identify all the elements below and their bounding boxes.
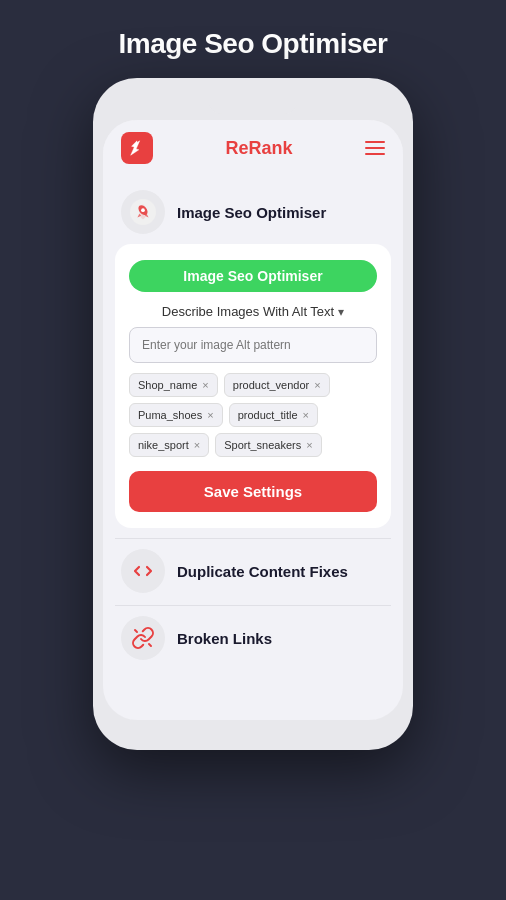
link-icon-circle [121,616,165,660]
broken-links-title: Broken Links [177,630,272,647]
svg-point-2 [141,208,145,212]
tag-label: Sport_sneakers [224,439,301,451]
tag-label: product_vendor [233,379,309,391]
alt-pattern-input[interactable] [129,327,377,363]
broken-link-icon [131,626,155,650]
dropdown-label-text: Describe Images With Alt Text [162,304,334,319]
header-feature-title: Image Seo Optimiser [177,204,326,221]
svg-line-3 [135,630,137,632]
duplicate-content-title: Duplicate Content Fixes [177,563,348,580]
main-card: Image Seo Optimiser Describe Images With… [115,244,391,528]
rocket-icon-circle [121,190,165,234]
code-icon [131,559,155,583]
hamburger-menu-icon[interactable] [365,141,385,155]
phone-screen: ReRank [103,120,403,720]
duplicate-content-row[interactable]: Duplicate Content Fixes [115,538,391,603]
nav-brand-label: ReRank [225,138,292,159]
tag-label: Shop_name [138,379,197,391]
tag-nike-sport[interactable]: nike_sport × [129,433,209,457]
tag-remove-icon[interactable]: × [303,409,309,421]
tag-label: nike_sport [138,439,189,451]
tag-shop-name[interactable]: Shop_name × [129,373,218,397]
phone-notch [208,92,298,114]
code-icon-circle [121,549,165,593]
broken-links-row[interactable]: Broken Links [115,605,391,670]
nav-bar: ReRank [103,120,403,172]
svg-line-4 [149,644,151,646]
page-title: Image Seo Optimiser [118,28,387,60]
header-feature-row: Image Seo Optimiser [115,180,391,240]
tag-remove-icon[interactable]: × [202,379,208,391]
tags-container: Shop_name × product_vendor × Puma_shoes … [129,373,377,457]
dropdown-arrow-icon: ▾ [338,305,344,319]
tag-label: product_title [238,409,298,421]
tag-puma-shoes[interactable]: Puma_shoes × [129,403,223,427]
save-settings-button[interactable]: Save Settings [129,471,377,512]
content-area: Image Seo Optimiser Image Seo Optimiser … [103,172,403,686]
tag-remove-icon[interactable]: × [314,379,320,391]
tag-remove-icon[interactable]: × [194,439,200,451]
card-pill-label: Image Seo Optimiser [129,260,377,292]
tag-remove-icon[interactable]: × [306,439,312,451]
phone-shell: ReRank [93,78,413,750]
tag-product-vendor[interactable]: product_vendor × [224,373,330,397]
rerank-logo-icon [121,132,153,164]
dropdown-label[interactable]: Describe Images With Alt Text ▾ [129,304,377,319]
tag-product-title[interactable]: product_title × [229,403,318,427]
tag-sport-sneakers[interactable]: Sport_sneakers × [215,433,321,457]
tag-label: Puma_shoes [138,409,202,421]
tag-remove-icon[interactable]: × [207,409,213,421]
